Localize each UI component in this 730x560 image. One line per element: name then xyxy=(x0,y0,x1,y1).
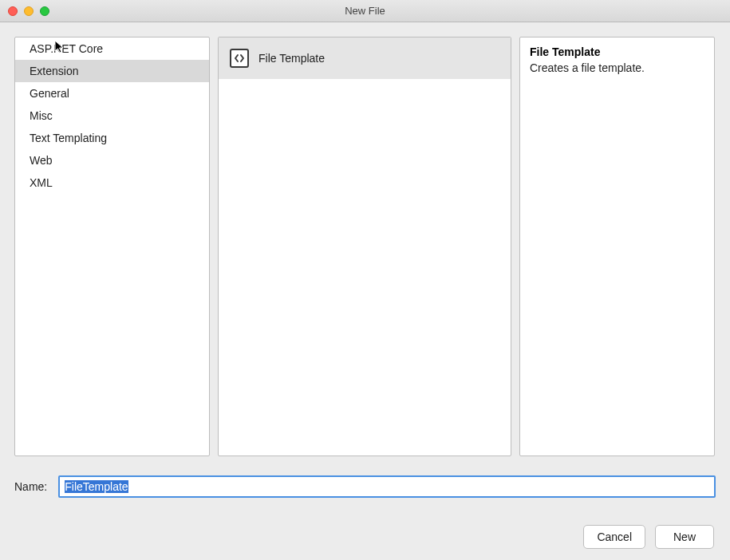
maximize-icon[interactable] xyxy=(40,6,49,16)
category-xml[interactable]: XML xyxy=(15,172,209,194)
category-extension[interactable]: Extension xyxy=(15,60,209,82)
panels: ASP.NET Core Extension General Misc Text… xyxy=(14,37,716,456)
template-label: File Template xyxy=(258,52,325,65)
category-misc[interactable]: Misc xyxy=(15,105,209,127)
category-general[interactable]: General xyxy=(15,82,209,105)
name-row: Name: xyxy=(14,475,716,498)
titlebar: New File xyxy=(0,0,730,22)
new-button[interactable]: New xyxy=(655,525,714,549)
code-file-icon xyxy=(230,49,249,68)
category-aspnet-core[interactable]: ASP.NET Core xyxy=(15,37,209,60)
name-label: Name: xyxy=(14,480,47,493)
dialog-content: ASP.NET Core Extension General Misc Text… xyxy=(0,22,730,560)
description-panel: File Template Creates a file template. xyxy=(519,37,715,456)
name-input[interactable] xyxy=(58,475,716,498)
template-file-template[interactable]: File Template xyxy=(219,37,511,79)
template-list: File Template xyxy=(218,37,511,456)
category-text-templating[interactable]: Text Templating xyxy=(15,127,209,149)
description-title: File Template xyxy=(530,45,704,58)
category-list: ASP.NET Core Extension General Misc Text… xyxy=(14,37,210,456)
window-title: New File xyxy=(0,5,730,17)
window-controls xyxy=(8,6,49,16)
cancel-button[interactable]: Cancel xyxy=(583,525,645,549)
button-row: Cancel New xyxy=(14,525,716,549)
minimize-icon[interactable] xyxy=(24,6,34,16)
category-web[interactable]: Web xyxy=(15,149,209,172)
close-icon[interactable] xyxy=(8,6,18,16)
description-text: Creates a file template. xyxy=(530,61,704,74)
